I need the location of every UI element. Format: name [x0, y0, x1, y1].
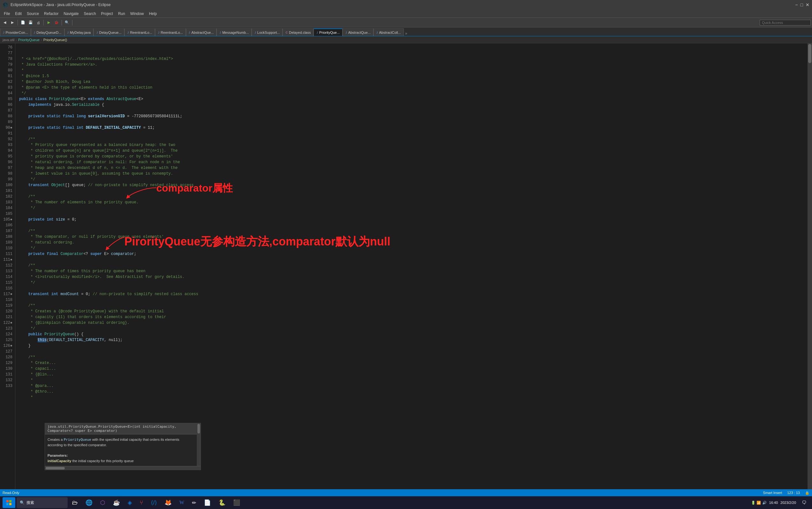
- tab-bar: JProviderCon... JDelayQueueD... JMyDelay…: [0, 27, 812, 36]
- tab-2[interactable]: JMyDelay.java: [64, 28, 94, 36]
- tooltip-param1-desc: the initial capacity for this priority q…: [72, 459, 134, 463]
- toolbar-back[interactable]: ◀: [1, 19, 8, 26]
- window-title: EclipseWorkSpace - Java - java.util.Prio…: [10, 3, 111, 7]
- tab-0[interactable]: JProviderCon...: [0, 28, 31, 36]
- menu-window[interactable]: Window: [128, 11, 147, 16]
- menu-search[interactable]: Search: [81, 11, 99, 16]
- breadcrumb: java.util › PriorityQueue › PriorityQueu…: [0, 36, 812, 43]
- taskbar-app5[interactable]: ◈: [124, 497, 135, 508]
- status-read-only: Read-Only: [3, 491, 20, 495]
- taskbar-word[interactable]: W: [176, 497, 188, 508]
- tab-1[interactable]: JDelayQueueD...: [31, 28, 64, 36]
- tab-3[interactable]: JDelayQueue...: [93, 28, 124, 36]
- status-position: 123 : 13: [787, 491, 800, 495]
- taskbar-java[interactable]: ☕: [110, 497, 123, 508]
- toolbar-forward[interactable]: ▶: [9, 19, 16, 26]
- toolbar-save[interactable]: 💾: [27, 19, 34, 26]
- menu-help[interactable]: Help: [147, 11, 159, 16]
- menu-source[interactable]: Source: [24, 11, 41, 16]
- line-numbers: 767778798081828384858687888990●919293949…: [0, 43, 15, 489]
- tooltip-param1: initialCapacity the initial capacity for…: [47, 458, 194, 464]
- tab-12[interactable]: JAbstractColl...: [373, 28, 404, 36]
- editor-area[interactable]: java.util › PriorityQueue › PriorityQueu…: [0, 36, 812, 489]
- tab-9[interactable]: CDelayed.class: [283, 28, 314, 36]
- svg-rect-2: [6, 503, 9, 505]
- tooltip-body: Creates a PriorityQueue with the specifi…: [45, 434, 197, 466]
- title-bar: 🌑 EclipseWorkSpace - Java - java.util.Pr…: [0, 0, 812, 9]
- code-content[interactable]: * <a href="{@docRoot}/../technotes/guide…: [15, 43, 808, 489]
- minimize-button[interactable]: −: [795, 2, 798, 7]
- tab-6[interactable]: JAbstractQue...: [186, 28, 217, 36]
- tooltip-header: java.util.PriorityQueue.PriorityQueue<E>…: [45, 423, 197, 434]
- toolbar: ◀ ▶ 📄 💾 🖨 ▶ 🐞 🔍: [0, 18, 812, 27]
- taskbar-git[interactable]: ⑂: [136, 497, 147, 508]
- toolbar-new[interactable]: 📄: [20, 19, 27, 26]
- tray-date: 2023/2/20: [780, 501, 796, 505]
- toolbar-search[interactable]: 🔍: [63, 19, 70, 26]
- tooltip-description: Creates a PriorityQueue with the specifi…: [47, 437, 194, 448]
- tab-4[interactable]: JReentrantLo...: [124, 28, 155, 36]
- svg-rect-0: [6, 500, 9, 502]
- menu-navigate[interactable]: Navigate: [61, 11, 81, 16]
- tab-11[interactable]: JAbstractQue...: [343, 28, 373, 36]
- status-bar: Read-Only Smart Insert 123 : 13 🔒: [0, 489, 812, 496]
- toolbar-run[interactable]: ▶: [45, 19, 52, 26]
- tab-overflow[interactable]: »: [404, 32, 409, 36]
- menu-edit[interactable]: Edit: [12, 11, 24, 16]
- tray-time: 16:40: [769, 501, 778, 505]
- menu-bar: File Edit Source Refactor Navigate Searc…: [0, 9, 812, 18]
- toolbar-debug[interactable]: 🐞: [53, 19, 60, 26]
- taskbar-app3[interactable]: ⬡: [97, 497, 108, 508]
- taskbar-explorer[interactable]: 🗁: [69, 497, 81, 508]
- close-button[interactable]: ✕: [806, 2, 809, 7]
- taskbar: 🔍 搜索 🗁 🌐 ⬡ ☕ ◈ ⑂ ⟨/⟩ 🦊 W ✏ 📄 🐍 ⬛ 🔋 📶 🔊 1…: [0, 496, 812, 509]
- tab-5[interactable]: JReentrantLo...: [155, 28, 186, 36]
- taskbar-terminal[interactable]: ⬛: [230, 497, 243, 508]
- taskbar-python[interactable]: 🐍: [215, 497, 229, 508]
- taskbar-search[interactable]: 🔍 搜索: [17, 497, 68, 508]
- tab-10[interactable]: JPriorityQue...: [314, 28, 343, 36]
- taskbar-edge[interactable]: 🌐: [82, 497, 96, 508]
- maximize-button[interactable]: □: [801, 2, 803, 7]
- svg-rect-1: [9, 500, 11, 502]
- menu-project[interactable]: Project: [99, 11, 116, 16]
- menu-refactor[interactable]: Refactor: [41, 11, 61, 16]
- status-writable-icon: 🔒: [805, 491, 809, 495]
- toolbar-save-all[interactable]: 🖨: [35, 19, 42, 26]
- taskbar-firefox[interactable]: 🦊: [161, 497, 175, 508]
- tab-7[interactable]: JMessageNumb...: [217, 28, 252, 36]
- taskbar-notepad[interactable]: ✏: [189, 497, 199, 508]
- start-button[interactable]: [3, 497, 15, 508]
- system-tray: 🔋 📶 🔊 16:40 2023/2/20 🗨: [751, 497, 809, 508]
- notification-button[interactable]: 🗨: [799, 497, 809, 508]
- main-area: java.util › PriorityQueue › PriorityQueu…: [0, 36, 812, 489]
- menu-file[interactable]: File: [1, 11, 12, 16]
- taskbar-pdf[interactable]: 📄: [201, 497, 214, 508]
- vertical-scrollbar[interactable]: [808, 43, 812, 489]
- search-icon: 🔍: [20, 500, 25, 505]
- svg-rect-3: [9, 503, 11, 505]
- tooltip-popup: java.util.PriorityQueue.PriorityQueue<E>…: [45, 423, 201, 470]
- tooltip-params-label: Parameters:: [47, 453, 194, 458]
- tray-icons: 🔋 📶 🔊: [751, 501, 767, 505]
- tooltip-header-text: java.util.PriorityQueue.PriorityQueue<E>…: [47, 425, 176, 433]
- menu-run[interactable]: Run: [116, 11, 128, 16]
- code-container[interactable]: 767778798081828384858687888990●919293949…: [0, 43, 812, 489]
- quick-access-input[interactable]: [760, 20, 811, 26]
- status-smart-insert: Smart Insert: [763, 491, 782, 495]
- tab-8[interactable]: JLockSupport...: [252, 28, 283, 36]
- taskbar-vscode[interactable]: ⟨/⟩: [148, 497, 160, 508]
